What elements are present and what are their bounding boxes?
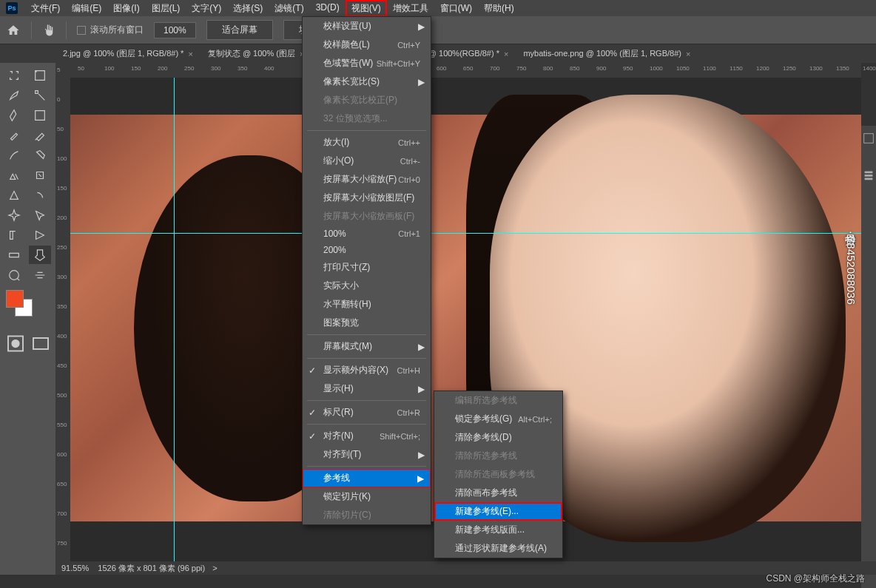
color-swatches[interactable] — [3, 290, 53, 320]
tool-4[interactable] — [3, 106, 25, 124]
menu-item[interactable]: 按屏幕大小缩放(F)Ctrl+0 — [303, 170, 431, 189]
tool-17[interactable] — [29, 226, 51, 244]
status-zoom[interactable]: 91.55% — [61, 564, 89, 572]
menu-帮助[interactable]: 帮助(H) — [478, 0, 520, 17]
tool-9[interactable] — [29, 146, 51, 164]
menu-item: 清除切片(C) — [303, 506, 431, 524]
menu-文件[interactable]: 文件(F) — [25, 0, 66, 17]
fit-screen-button[interactable]: 适合屏幕 — [206, 20, 273, 40]
status-arrow-icon[interactable]: > — [212, 564, 217, 572]
home-icon[interactable] — [6, 24, 21, 37]
tool-5[interactable] — [29, 106, 51, 124]
panel-icon-1[interactable] — [862, 132, 875, 145]
menu-窗口[interactable]: 窗口(W) — [434, 0, 478, 17]
menu-item[interactable]: 新建参考线版面... — [434, 521, 562, 539]
horizontal-ruler: 5010015020025030035040060065070075080085… — [70, 63, 861, 78]
menu-item[interactable]: 校样设置(U)▶ — [303, 17, 431, 36]
menu-item[interactable]: 显示(H)▶ — [303, 379, 431, 398]
close-icon[interactable]: × — [188, 50, 192, 58]
menu-item[interactable]: 新建参考线(E)... — [434, 502, 562, 521]
menu-3d[interactable]: 3D(D) — [310, 0, 346, 17]
tool-15[interactable] — [29, 206, 51, 224]
tool-18[interactable] — [3, 246, 25, 264]
menu-item[interactable]: 清除画布参考线 — [434, 484, 562, 502]
menu-item[interactable]: 通过形状新建参考线(A) — [434, 539, 562, 558]
close-icon[interactable]: × — [686, 50, 690, 58]
tool-1[interactable] — [29, 66, 51, 84]
menu-item[interactable]: 清除参考线(D) — [434, 428, 562, 447]
scroll-all-checkbox[interactable]: 滚动所有窗口 — [77, 24, 144, 36]
quickmask-icon[interactable] — [4, 334, 27, 353]
options-bar: 滚动所有窗口 100% 适合屏幕 填充 — [0, 16, 876, 44]
tool-2[interactable] — [3, 86, 25, 104]
menu-item[interactable]: 实际大小 — [303, 277, 431, 295]
tool-19[interactable] — [29, 246, 51, 264]
tool-20[interactable] — [3, 266, 25, 284]
menu-图层[interactable]: 图层(L) — [146, 0, 186, 17]
svg-rect-2 — [33, 338, 48, 349]
menu-item[interactable]: ✓对齐(N)Shift+Ctrl+; — [303, 427, 431, 445]
svg-point-1 — [12, 340, 19, 348]
menu-选择[interactable]: 选择(S) — [227, 0, 269, 17]
tool-7[interactable] — [29, 126, 51, 144]
menu-编辑[interactable]: 编辑(E) — [66, 0, 107, 17]
menu-item[interactable]: 像素长宽比(S)▶ — [303, 72, 431, 91]
menu-增效工具[interactable]: 增效工具 — [387, 0, 434, 17]
document-tab[interactable]: mybatis-one.png @ 100% (图层 1, RGB/8#)× — [516, 44, 698, 63]
status-bar: 91.55% 1526 像素 x 801 像素 (96 ppi) > — [55, 561, 876, 575]
menu-item[interactable]: 打印尺寸(Z) — [303, 258, 431, 277]
tool-6[interactable] — [3, 126, 25, 144]
menu-item[interactable]: 缩小(O)Ctrl+- — [303, 152, 431, 170]
tool-16[interactable] — [3, 226, 25, 244]
menu-item: 清除所选参考线 — [434, 447, 562, 465]
screenmode-icon[interactable] — [30, 334, 52, 353]
close-icon[interactable]: × — [504, 50, 508, 58]
document-tab[interactable]: 复制状态 @ 100% (图层× — [201, 44, 312, 63]
menu-文字[interactable]: 文字(Y) — [186, 0, 227, 17]
menu-图像[interactable]: 图像(I) — [107, 0, 145, 17]
menu-item[interactable]: 锁定参考线(G)Alt+Ctrl+; — [434, 410, 562, 428]
right-panel-collapsed[interactable] — [861, 126, 876, 588]
menu-item[interactable]: 对齐到(T)▶ — [303, 445, 431, 464]
menu-item[interactable]: 水平翻转(H) — [303, 295, 431, 314]
menu-item[interactable]: 放大(I)Ctrl++ — [303, 133, 431, 152]
menu-滤镜[interactable]: 滤镜(T) — [269, 0, 309, 17]
menu-item[interactable]: ✓显示额外内容(X)Ctrl+H — [303, 361, 431, 379]
foreground-color[interactable] — [6, 290, 24, 308]
menu-item[interactable]: 200% — [303, 242, 431, 258]
tool-21[interactable] — [29, 266, 51, 284]
ps-logo: Ps — [6, 2, 18, 14]
panel-icon-2[interactable] — [862, 169, 875, 182]
menu-item: 清除所选画板参考线 — [434, 465, 562, 484]
document-tab[interactable]: 2.jpg @ 100% (图层 1, RGB/8#) *× — [55, 44, 201, 63]
tool-3[interactable] — [29, 86, 51, 104]
tool-8[interactable] — [3, 146, 25, 164]
horizontal-guide[interactable] — [70, 233, 861, 234]
tool-12[interactable] — [3, 186, 25, 204]
menu-item: 按屏幕大小缩放画板(F) — [303, 207, 431, 226]
zoom-dropdown[interactable]: 100% — [154, 22, 196, 38]
menu-item: 32 位预览选项... — [303, 109, 431, 128]
menu-item[interactable]: 按屏幕大小缩放图层(F) — [303, 189, 431, 207]
menu-item[interactable]: 色域警告(W)Shift+Ctrl+Y — [303, 54, 431, 72]
tool-14[interactable] — [3, 206, 25, 224]
menu-item[interactable]: 图案预览 — [303, 314, 431, 332]
vertical-ruler: 5050100150200250300350400450500550600650… — [55, 63, 70, 575]
vertical-guide[interactable] — [174, 78, 175, 561]
tool-10[interactable] — [3, 166, 25, 184]
tool-0[interactable] — [3, 66, 25, 84]
status-info: 1526 像素 x 801 像素 (96 ppi) — [98, 563, 205, 574]
tool-11[interactable] — [29, 166, 51, 184]
menu-item[interactable]: 参考线▶ — [303, 469, 431, 487]
menu-item[interactable]: 锁定切片(K) — [303, 487, 431, 506]
menu-item[interactable]: 屏幕模式(M)▶ — [303, 337, 431, 356]
menu-item: 像素长宽比校正(P) — [303, 91, 431, 109]
hand-tool-icon[interactable] — [42, 24, 55, 37]
menu-item[interactable]: 校样颜色(L)Ctrl+Y — [303, 36, 431, 54]
menu-item[interactable]: 100%Ctrl+1 — [303, 226, 431, 242]
menu-视图[interactable]: 视图(V) — [346, 0, 387, 17]
menubar: Ps 文件(F)编辑(E)图像(I)图层(L)文字(Y)选择(S)滤镜(T)3D… — [0, 0, 876, 16]
douyin-watermark: 抖音号：78452088036 — [843, 226, 858, 305]
tool-13[interactable] — [29, 186, 51, 204]
menu-item[interactable]: ✓标尺(R)Ctrl+R — [303, 403, 431, 422]
